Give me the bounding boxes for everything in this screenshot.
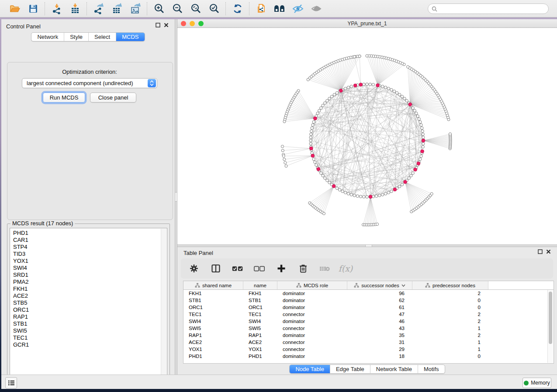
network-node[interactable] <box>415 112 418 114</box>
show-columns-button[interactable] <box>210 262 222 275</box>
network-node[interactable] <box>344 191 346 194</box>
table-cell[interactable]: dominator <box>277 333 347 338</box>
network-node[interactable] <box>350 85 353 88</box>
network-node[interactable] <box>372 83 374 86</box>
table-cell[interactable]: STB1 <box>243 298 277 303</box>
network-node[interactable] <box>422 145 424 148</box>
mcds-node[interactable] <box>422 139 425 142</box>
mcds-result-item[interactable]: GCR1 <box>13 341 167 348</box>
network-leaf-node[interactable] <box>376 223 378 226</box>
network-node[interactable] <box>336 92 338 94</box>
network-node[interactable] <box>363 83 365 86</box>
optimization-criterion-dropdown[interactable]: largest connected component (undirected) <box>22 78 157 88</box>
mcds-node[interactable] <box>314 117 317 120</box>
column-header-name[interactable]: name <box>243 281 277 289</box>
tab-style[interactable]: Style <box>64 33 88 41</box>
network-node[interactable] <box>387 87 390 90</box>
column-header-MCDS-role[interactable]: MCDS role <box>277 281 347 289</box>
mcds-node[interactable] <box>376 84 380 87</box>
table-row[interactable]: ACE2ACE2connector311 <box>183 339 554 346</box>
mcds-node[interactable] <box>404 180 407 184</box>
network-node[interactable] <box>341 190 344 193</box>
run-mcds-button[interactable]: Run MCDS <box>43 93 85 103</box>
export-table-button[interactable] <box>111 3 123 15</box>
show-all-button[interactable] <box>310 3 322 15</box>
table-cell[interactable]: PHD1 <box>183 354 243 359</box>
table-cell[interactable]: connector <box>277 312 347 317</box>
mcds-result-item[interactable]: TID3 <box>13 251 167 258</box>
first-neighbors-button[interactable] <box>273 3 286 15</box>
network-node[interactable] <box>310 130 313 132</box>
table-cell[interactable]: 47 <box>347 312 412 317</box>
network-node[interactable] <box>369 83 371 86</box>
table-row[interactable]: PHD1PHD1dominator180 <box>183 353 554 360</box>
network-node[interactable] <box>422 142 425 145</box>
table-cell[interactable]: 2 <box>412 333 488 338</box>
table-cell[interactable]: PHD1 <box>243 354 277 359</box>
network-node[interactable] <box>401 183 403 186</box>
open-session-button[interactable] <box>9 3 21 15</box>
table-row[interactable]: TEC1TEC1connector472 <box>183 311 554 318</box>
network-leaf-node[interactable] <box>284 162 287 164</box>
export-network-button[interactable] <box>93 3 105 15</box>
save-session-button[interactable] <box>27 3 39 15</box>
network-node[interactable] <box>421 127 423 129</box>
network-node[interactable] <box>420 124 422 126</box>
table-cell[interactable]: 2 <box>412 312 488 317</box>
network-node[interactable] <box>328 181 331 184</box>
network-node[interactable] <box>375 195 377 197</box>
network-leaf-node[interactable] <box>283 120 286 123</box>
network-node[interactable] <box>338 189 341 191</box>
table-cell[interactable]: FKH1 <box>243 291 277 296</box>
mcds-node[interactable] <box>408 103 412 106</box>
network-graph[interactable] <box>177 28 557 244</box>
mcds-node[interactable] <box>311 154 315 158</box>
mcds-result-item[interactable]: SRD1 <box>13 272 167 279</box>
table-cell[interactable]: ORC1 <box>243 305 277 310</box>
export-image-button[interactable] <box>129 3 142 15</box>
mcds-node[interactable] <box>339 89 343 93</box>
table-row[interactable]: SWI4SWI4dominator462 <box>183 318 554 325</box>
table-cell[interactable]: 46 <box>347 319 412 324</box>
network-node[interactable] <box>390 89 393 91</box>
table-scrollbar-thumb[interactable] <box>549 292 552 344</box>
table-cell[interactable]: STB1 <box>183 298 243 303</box>
mcds-node[interactable] <box>332 185 336 188</box>
memory-button[interactable]: Memory <box>522 378 551 388</box>
network-node[interactable] <box>398 93 401 96</box>
column-header-shared-name[interactable]: shared name <box>183 281 243 289</box>
table-cell[interactable]: ORC1 <box>183 305 243 310</box>
network-node[interactable] <box>403 97 406 100</box>
tab-edge-table[interactable]: Edge Table <box>330 365 370 373</box>
mcds-result-item[interactable]: PHD1 <box>13 230 167 237</box>
network-node[interactable] <box>395 92 398 94</box>
table-cell[interactable]: SWI4 <box>243 319 277 324</box>
network-node[interactable] <box>418 117 420 120</box>
table-scrollbar[interactable] <box>547 290 553 363</box>
network-node[interactable] <box>324 177 326 179</box>
table-cell[interactable]: TEC1 <box>183 312 243 317</box>
table-cell[interactable]: 1 <box>412 347 488 352</box>
search-input[interactable] <box>440 5 548 12</box>
network-node[interactable] <box>363 196 365 198</box>
float-panel-icon[interactable] <box>538 249 543 254</box>
network-node[interactable] <box>328 97 331 100</box>
mcds-result-item[interactable]: STB1 <box>13 320 167 327</box>
network-leaf-node[interactable] <box>281 145 284 148</box>
select-all-button[interactable] <box>232 262 244 275</box>
tab-select[interactable]: Select <box>88 33 116 41</box>
mcds-result-item[interactable]: PMA2 <box>13 279 167 285</box>
zoom-fit-content-button[interactable] <box>190 3 202 15</box>
close-panel-button[interactable]: Close panel <box>90 93 136 103</box>
table-cell[interactable]: 43 <box>347 326 412 331</box>
network-node[interactable] <box>310 133 312 135</box>
network-node[interactable] <box>412 172 414 174</box>
network-node[interactable] <box>381 85 384 88</box>
table-cell[interactable]: 35 <box>347 333 412 338</box>
delete-table-button[interactable] <box>319 262 331 275</box>
tab-network[interactable]: Network <box>31 33 64 41</box>
network-node[interactable] <box>366 196 368 198</box>
network-node[interactable] <box>347 86 349 89</box>
table-row[interactable]: SWI5SWI5connector431 <box>183 325 554 332</box>
network-node[interactable] <box>309 139 312 142</box>
